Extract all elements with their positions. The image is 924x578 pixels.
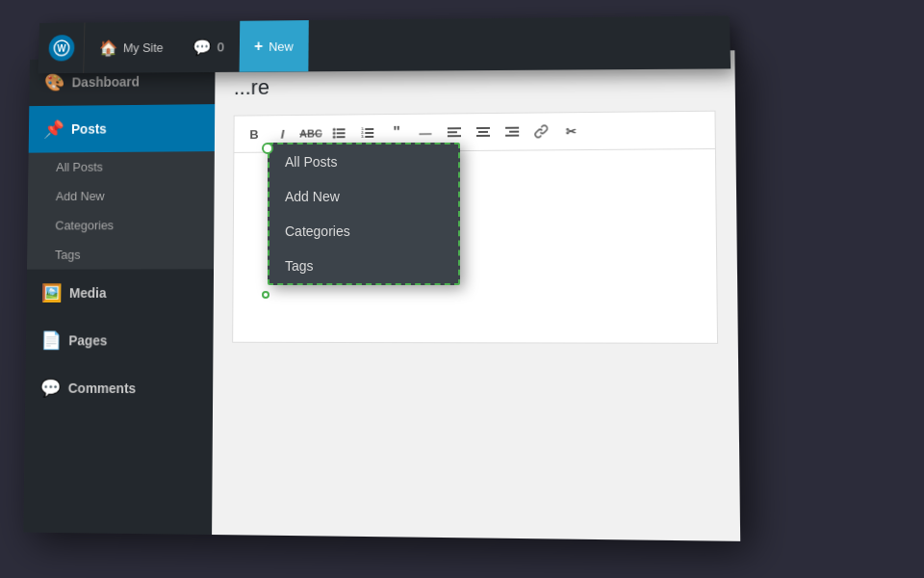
align-left-btn[interactable]	[442, 119, 467, 144]
media-menu-item[interactable]: 🖼️ Media	[26, 269, 214, 317]
svg-rect-8	[365, 128, 373, 130]
new-label: New	[269, 39, 294, 53]
scene: W 🏠 My Site 💬 0 + New 🎨 Dashboard	[0, 0, 924, 578]
link-btn[interactable]	[528, 118, 553, 144]
wp-layout: 🎨 Dashboard 📌 Posts All Posts Add New Ca…	[23, 50, 740, 541]
main-content: ...re B I ABC 1.2.3. " —	[212, 50, 740, 541]
annotation-dot-bottom	[262, 291, 270, 299]
bold-btn[interactable]: B	[242, 121, 267, 146]
categories-link[interactable]: Categories	[27, 210, 214, 240]
all-posts-link[interactable]: All Posts	[28, 151, 215, 182]
svg-rect-22	[505, 135, 519, 137]
wp-logo: W	[48, 35, 74, 61]
comments-menu-item[interactable]: 💬 Comments	[25, 364, 213, 413]
plus-icon: +	[254, 38, 263, 55]
pages-label: Pages	[68, 332, 107, 348]
hr-btn[interactable]: —	[413, 120, 438, 145]
svg-rect-16	[448, 135, 461, 137]
media-label: Media	[69, 285, 107, 301]
sidebar: 🎨 Dashboard 📌 Posts All Posts Add New Ca…	[23, 57, 215, 535]
svg-rect-3	[337, 132, 346, 134]
admin-bar: W 🏠 My Site 💬 0 + New	[38, 15, 732, 73]
svg-rect-15	[448, 131, 457, 133]
home-icon: 🏠	[99, 39, 118, 57]
posts-submenu: All Posts Add New Categories Tags	[27, 151, 215, 270]
svg-rect-9	[365, 132, 373, 134]
unlink-btn[interactable]: ✂	[557, 118, 582, 144]
dropdown-categories[interactable]: Categories	[270, 214, 458, 249]
svg-point-5	[333, 128, 336, 131]
svg-rect-10	[365, 136, 373, 138]
svg-rect-2	[337, 128, 346, 130]
dropdown-all-posts[interactable]: All Posts	[270, 144, 458, 179]
comments-label: Comments	[68, 381, 137, 396]
comments-btn[interactable]: 💬 0	[178, 21, 240, 72]
dropdown-tags[interactable]: Tags	[270, 249, 458, 283]
page-title: ...re	[234, 70, 716, 100]
add-new-link[interactable]: Add New	[28, 181, 215, 211]
comments-badge: 0	[218, 39, 224, 54]
svg-rect-14	[448, 127, 461, 129]
dashboard-icon: 🎨	[44, 72, 64, 93]
svg-point-6	[333, 132, 336, 135]
align-center-btn[interactable]	[471, 119, 496, 144]
blockquote-btn[interactable]: "	[384, 120, 409, 145]
tags-link[interactable]: Tags	[27, 240, 214, 270]
dashboard-label: Dashboard	[72, 74, 141, 90]
svg-text:W: W	[57, 43, 66, 54]
align-right-btn[interactable]	[500, 119, 525, 144]
svg-rect-17	[476, 127, 490, 129]
my-site-label: My Site	[123, 40, 164, 55]
svg-rect-19	[476, 135, 490, 137]
dropdown-add-new[interactable]: Add New	[270, 179, 458, 214]
svg-rect-21	[509, 131, 519, 133]
svg-rect-18	[478, 131, 488, 133]
comments-icon: 💬	[40, 378, 62, 399]
comments-icon: 💬	[192, 38, 212, 56]
pages-icon: 📄	[40, 329, 62, 351]
svg-rect-20	[505, 127, 519, 129]
svg-text:3.: 3.	[361, 134, 364, 139]
posts-dropdown: All Posts Add New Categories Tags	[268, 143, 460, 285]
my-site-btn[interactable]: 🏠 My Site	[84, 21, 178, 72]
wp-logo-container[interactable]: W	[38, 22, 86, 73]
pages-menu-item[interactable]: 📄 Pages	[26, 317, 214, 365]
posts-label: Posts	[71, 121, 107, 137]
posts-icon: 📌	[43, 118, 64, 140]
svg-point-7	[333, 136, 336, 139]
svg-rect-4	[337, 136, 346, 138]
posts-menu-item[interactable]: 📌 Posts	[29, 104, 216, 153]
new-btn[interactable]: + New	[239, 20, 309, 72]
posts-section: 📌 Posts All Posts Add New Categories Tag…	[27, 104, 215, 270]
media-icon: 🖼️	[41, 282, 62, 303]
title-text: ...re	[234, 75, 270, 99]
annotation-dot-top	[262, 143, 273, 154]
